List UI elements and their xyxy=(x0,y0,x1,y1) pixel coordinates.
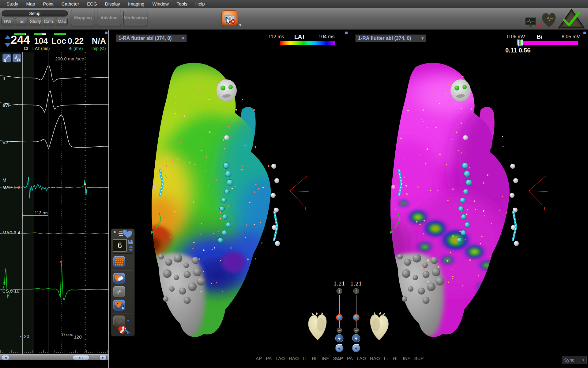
orient-lao[interactable]: LAO xyxy=(357,356,366,362)
menu-point[interactable]: Point xyxy=(39,1,58,6)
palette-divider xyxy=(113,270,133,270)
bi-label: Bi (mV) xyxy=(66,46,86,51)
heart-icon: ♥ xyxy=(355,346,357,351)
ecg-signal-viewer: 200.0 mm/sec II aVF V2 M MAP 1-2 MAP 3-4… xyxy=(0,52,108,354)
bi-threshold-handles[interactable] xyxy=(517,39,525,48)
toolbar-status-icons: ✗ ✗ xyxy=(522,8,587,29)
ecg-time-scrollbar[interactable]: ◀ III ▶ xyxy=(0,354,108,360)
bi-map-surface[interactable] xyxy=(371,56,525,341)
monitor-cross: ✗ xyxy=(537,24,541,29)
trace-label-map34[interactable]: MAP 3-4 xyxy=(2,230,20,235)
menu-imaging[interactable]: Imaging xyxy=(124,1,148,6)
spinner-up-icon[interactable] xyxy=(129,245,133,248)
menu-window[interactable]: Window xyxy=(148,1,172,6)
palette-expand-chevron[interactable]: ▾ xyxy=(127,318,129,323)
fill-threshold-button[interactable] xyxy=(113,256,125,267)
setup-cath-button[interactable]: Cath. xyxy=(43,18,55,25)
orient-pa[interactable]: PA xyxy=(347,356,353,362)
spinner-down-icon[interactable] xyxy=(129,249,133,251)
scroll-left-button[interactable]: ◀ xyxy=(2,355,9,360)
lat-scale-max: 104 ms xyxy=(318,34,334,40)
orient-rao[interactable]: RAO xyxy=(289,356,299,362)
reference-heart-disconnected-icon[interactable]: ✗ xyxy=(542,13,557,29)
3d-map-canvas[interactable]: L R L R xyxy=(109,30,588,368)
setup-study-button[interactable]: Study xyxy=(29,18,42,25)
menu-catheter[interactable]: Catheter xyxy=(58,1,83,6)
orient-ll[interactable]: LL xyxy=(303,356,308,362)
zoom-slider-left[interactable]: ♥ ♥ xyxy=(332,287,347,353)
lat-label: LAT (ms) xyxy=(29,46,53,51)
sync-dropdown[interactable]: Sync ▾ xyxy=(562,356,586,364)
system-ok-triangle-icon[interactable] xyxy=(559,10,584,28)
scroll-right-button[interactable]: ▶ xyxy=(99,355,107,360)
menu-display[interactable]: Display xyxy=(101,1,124,6)
slider-thumb[interactable] xyxy=(353,315,359,320)
erase-map-button[interactable] xyxy=(113,272,125,284)
select-region-button[interactable] xyxy=(113,299,125,311)
heart-model-left xyxy=(308,312,326,340)
menu-map[interactable]: Map xyxy=(22,1,39,6)
menu-study[interactable]: Study xyxy=(2,1,22,6)
zoom-slider-right[interactable]: ♥ ♥ xyxy=(349,287,364,353)
bi-scale-max: 8.05 mV xyxy=(562,34,580,40)
menu-help[interactable]: Help xyxy=(191,1,209,6)
mesh-grid-icon xyxy=(113,256,125,267)
menu-ecg[interactable]: ECG xyxy=(83,1,101,6)
setup-map-button[interactable]: Map xyxy=(56,18,68,25)
setup-hw-button[interactable]: HW xyxy=(1,18,14,25)
map-selector-left[interactable]: 1-RA flutter abl (374, 0) ▾ xyxy=(116,34,187,42)
panel-indicator-square xyxy=(105,32,107,34)
ecg-review-panel: 244 CL 104 LAT (ms) Loc 0.22 Bi (mV) N/A… xyxy=(0,30,109,368)
toolbar-separator xyxy=(245,10,245,26)
patient-monitor-disconnected-icon[interactable]: ✗ xyxy=(525,17,541,29)
ablation-mode-button[interactable]: Ablation xyxy=(97,10,121,26)
snapshot-dropdown-chevron[interactable]: ▾ xyxy=(239,23,241,27)
orientation-head-left xyxy=(217,79,237,102)
trace-label-v2[interactable]: V2 xyxy=(2,140,8,145)
verification-mode-button[interactable]: Verification xyxy=(123,10,147,26)
lat-color-bar[interactable] xyxy=(280,41,335,45)
setup-loc-button[interactable]: Loc. xyxy=(15,18,28,25)
menu-bar: Study Map Point Catheter ECG Display Ima… xyxy=(0,0,588,8)
trace-label-m[interactable]: M xyxy=(2,177,6,182)
map-settings-heart-wrench-icon[interactable] xyxy=(116,325,130,335)
orient-rao[interactable]: RAO xyxy=(370,356,380,362)
bi-value: 0.22 xyxy=(67,36,84,46)
chevron-down-icon: ▾ xyxy=(582,356,584,364)
menu-tools[interactable]: Tools xyxy=(173,1,191,6)
lat-map-surface[interactable] xyxy=(134,56,295,341)
orient-pa[interactable]: PA xyxy=(266,356,272,362)
zoom-value-right: 1.21 xyxy=(349,281,364,287)
axes-left xyxy=(290,176,309,205)
orient-ap[interactable]: AP xyxy=(256,356,262,362)
time-axis-zero: 0 sec xyxy=(62,332,73,337)
orient-inf[interactable]: INF xyxy=(403,356,410,362)
map-selector-right[interactable]: 1-RA flutter abl (374, 0) ▾ xyxy=(355,34,426,42)
orient-sup[interactable]: SUP xyxy=(414,356,424,362)
imp-value: N/A xyxy=(91,36,107,46)
map-viewports: L R L R 1-RA flutter abl (374, 0) ▾ 1-RA… xyxy=(109,30,588,368)
point-readout-header: 244 CL 104 LAT (ms) Loc 0.22 Bi (mV) N/A… xyxy=(0,30,108,52)
fast-map-heart-icon[interactable] xyxy=(119,229,133,239)
cut-map-button[interactable]: ✂ xyxy=(113,286,125,297)
orient-rl[interactable]: RL xyxy=(312,356,318,362)
point-count-box[interactable]: 6 xyxy=(113,239,126,251)
slider-thumb[interactable] xyxy=(337,315,342,320)
palette-close-button[interactable]: x xyxy=(114,229,116,234)
lat-gauge xyxy=(34,33,46,35)
map-tool-palette: x 6 xyxy=(111,228,135,336)
count-spinner[interactable] xyxy=(128,240,134,252)
orient-ap[interactable]: AP xyxy=(337,356,343,362)
bi-color-bar[interactable] xyxy=(520,41,578,45)
mapping-mode-button[interactable]: Mapping xyxy=(71,10,95,26)
sync-label: Sync xyxy=(564,357,574,362)
bi-scale-title: Bi xyxy=(537,33,542,40)
orient-lao[interactable]: LAO xyxy=(276,356,285,362)
orient-rl[interactable]: RL xyxy=(393,356,399,362)
palette-divider xyxy=(113,253,133,254)
toolbar: Setup HW Loc. Study Cath. Map Mapping Ab… xyxy=(0,8,588,30)
orient-ll[interactable]: LL xyxy=(384,356,389,362)
setup-group-label: Setup xyxy=(1,10,68,17)
scrollbar-thumb[interactable]: III xyxy=(73,355,90,360)
orient-inf[interactable]: INF xyxy=(322,356,329,362)
